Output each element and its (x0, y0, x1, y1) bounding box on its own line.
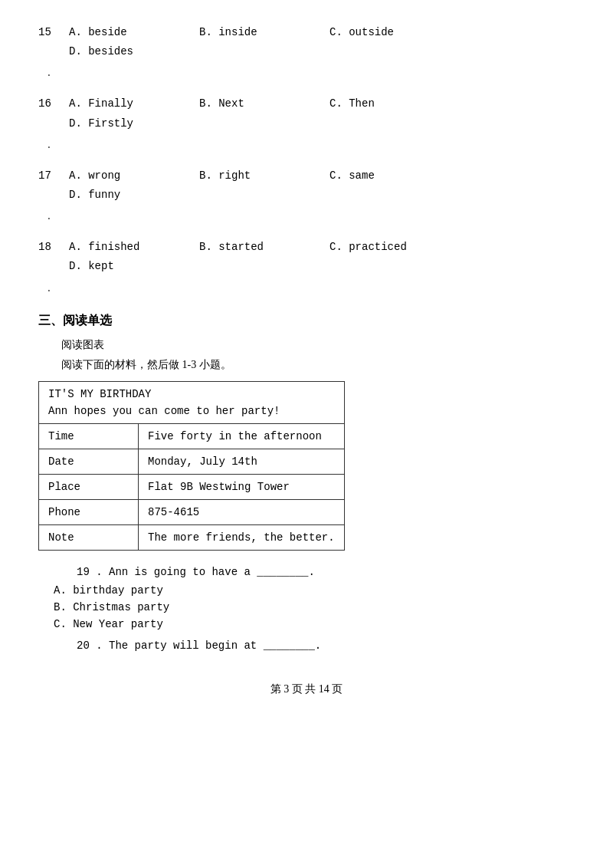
q16-option-d: D. Firstly (69, 114, 192, 133)
q18-option-a: A. finished (69, 238, 192, 257)
question-15: 15 A. beside B. inside C. outside D. bes… (38, 23, 575, 79)
q15-option-a: A. beside (69, 23, 192, 42)
q16-number: 16 (38, 94, 61, 133)
q18-option-d: D. kept (69, 257, 192, 276)
reading-intro-1: 阅读图表 (61, 338, 575, 352)
birthday-row-note: Note The more friends, the better. (39, 525, 344, 550)
birthday-value-time: Five forty in the afternoon (139, 424, 344, 449)
q18-number: 18 (38, 238, 61, 276)
q20-text: 20 . The party will begin at ________. (77, 639, 575, 652)
birthday-title-text: IT'S MY BIRTHDAY (48, 388, 335, 400)
q15-option-c: C. outside (329, 23, 452, 42)
q15-option-d: D. besides (69, 42, 192, 61)
birthday-label-note: Note (39, 525, 139, 550)
birthday-value-place: Flat 9B Westwing Tower (139, 475, 344, 499)
question-17: 17 A. wrong B. right C. same D. funny . (38, 166, 575, 222)
q19-option-a: A. birthday party (54, 584, 575, 597)
section-title: 三、阅读单选 (38, 313, 575, 329)
q18-option-b: B. started (199, 238, 322, 257)
birthday-row-time: Time Five forty in the afternoon (39, 424, 344, 449)
birthday-title: IT'S MY BIRTHDAY Ann hopes you can come … (39, 382, 344, 424)
birthday-row-date: Date Monday, July 14th (39, 449, 344, 475)
question-18: 18 A. finished B. started C. practiced D… (38, 238, 575, 294)
q17-option-c: C. same (329, 166, 452, 186)
birthday-subtitle: Ann hopes you can come to her party! (48, 405, 335, 417)
birthday-value-date: Monday, July 14th (139, 449, 344, 474)
q18-option-c: C. practiced (329, 238, 452, 257)
birthday-label-time: Time (39, 424, 139, 449)
birthday-label-date: Date (39, 449, 139, 474)
q15-number: 15 (38, 23, 61, 61)
q17-number: 17 (38, 166, 61, 205)
q16-option-c: C. Then (329, 94, 452, 113)
q17-option-d: D. funny (69, 186, 192, 205)
q17-option-b: B. right (199, 166, 322, 186)
q19-text: 19 . Ann is going to have a ________. (77, 566, 575, 578)
birthday-card: IT'S MY BIRTHDAY Ann hopes you can come … (38, 381, 345, 551)
q16-option-a: A. Finally (69, 94, 192, 113)
birthday-row-place: Place Flat 9B Westwing Tower (39, 475, 344, 500)
q19-option-b: B. Christmas party (54, 601, 575, 613)
q19-option-c: C. New Year party (54, 618, 575, 630)
birthday-row-phone: Phone 875-4615 (39, 500, 344, 525)
q17-option-a: A. wrong (69, 166, 192, 186)
q15-option-b: B. inside (199, 23, 322, 42)
page-footer: 第 3 页 共 14 页 (38, 682, 575, 696)
reading-intro-2: 阅读下面的材料，然后做 1-3 小题。 (61, 358, 575, 372)
birthday-label-phone: Phone (39, 500, 139, 524)
question-16: 16 A. Finally B. Next C. Then D. Firstly… (38, 94, 575, 150)
birthday-label-place: Place (39, 475, 139, 499)
q16-option-b: B. Next (199, 94, 322, 113)
birthday-value-note: The more friends, the better. (139, 525, 344, 550)
birthday-value-phone: 875-4615 (139, 500, 344, 524)
